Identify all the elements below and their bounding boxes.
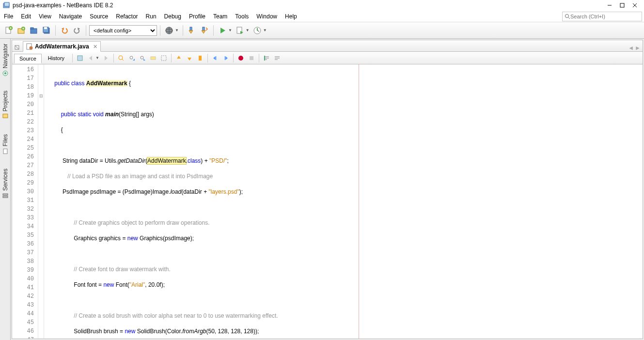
close-button[interactable] <box>628 0 641 10</box>
config-select[interactable]: <default config> <box>89 25 157 36</box>
maximize-button[interactable] <box>616 0 628 10</box>
window-title: psd-java-examples - NetBeans IDE 8.2 <box>13 2 113 9</box>
code-area[interactable]: 1617181920212223242526272829303132333435… <box>12 64 643 339</box>
svg-marker-27 <box>189 31 193 33</box>
new-project-button[interactable] <box>16 25 27 36</box>
close-tab-icon[interactable]: ✕ <box>93 44 97 50</box>
svg-marker-21 <box>62 28 64 31</box>
svg-rect-65 <box>250 56 253 60</box>
java-file-icon <box>26 43 33 50</box>
svg-rect-20 <box>44 27 47 29</box>
menu-debug[interactable]: Debug <box>160 12 185 21</box>
menu-refactor[interactable]: Refactor <box>112 12 141 21</box>
svg-marker-47 <box>89 56 92 61</box>
rail-navigator[interactable]: Navigator <box>2 41 9 79</box>
file-tab-label: AddWatermark.java <box>35 43 89 50</box>
svg-marker-48 <box>105 56 108 61</box>
menu-help[interactable]: Help <box>281 12 301 21</box>
menu-edit[interactable]: Edit <box>17 12 35 21</box>
comment-button[interactable] <box>262 53 271 63</box>
code-lines[interactable]: public class AddWatermark { public stati… <box>44 64 643 339</box>
svg-point-51 <box>130 56 133 59</box>
menu-team[interactable]: Team <box>209 12 231 21</box>
toggle-highlight-button[interactable] <box>148 53 158 63</box>
build-button[interactable] <box>186 25 198 36</box>
run-dropdown[interactable]: ▼ <box>228 28 232 32</box>
profile-button[interactable] <box>251 25 263 36</box>
line-gutter: 1617181920212223242526272829303132333435… <box>12 64 38 339</box>
find-next-button[interactable] <box>138 53 147 63</box>
menu-source[interactable]: Source <box>86 12 112 21</box>
editor-toolbar: Source History ▼ <box>12 52 643 64</box>
tab-prev-icon[interactable]: ◄ <box>628 45 634 51</box>
svg-rect-28 <box>203 27 204 31</box>
find-prev-button[interactable] <box>127 53 137 63</box>
menu-file[interactable]: File <box>0 12 17 21</box>
tab-row: AddWatermark.java ✕ ◄ ► <box>12 40 643 52</box>
undo-button[interactable] <box>59 25 70 36</box>
pin-icon[interactable] <box>14 45 21 51</box>
uncomment-button[interactable] <box>272 53 282 63</box>
debug-button[interactable] <box>234 25 246 36</box>
menu-tools[interactable]: Tools <box>231 12 252 21</box>
macro-stop-button[interactable] <box>247 53 256 63</box>
menu-navigate[interactable]: Navigate <box>55 12 86 21</box>
tab-next-icon[interactable]: ► <box>635 45 641 51</box>
clean-build-button[interactable] <box>199 25 210 36</box>
svg-point-53 <box>141 56 143 59</box>
shift-left-button[interactable] <box>210 53 220 63</box>
next-bookmark-button[interactable] <box>185 53 194 63</box>
svg-rect-3 <box>620 3 624 7</box>
debug-dropdown[interactable]: ▼ <box>246 28 250 32</box>
search-box[interactable] <box>562 12 642 21</box>
rail-files[interactable]: Files <box>2 131 9 157</box>
svg-rect-56 <box>161 56 166 61</box>
prev-bookmark-button[interactable] <box>174 53 184 63</box>
svg-point-49 <box>119 56 123 60</box>
svg-marker-30 <box>220 28 225 33</box>
svg-point-6 <box>565 14 569 17</box>
browser-button[interactable] <box>163 25 175 36</box>
menu-run[interactable]: Run <box>142 12 160 21</box>
svg-marker-52 <box>133 59 135 61</box>
svg-marker-22 <box>78 28 80 31</box>
file-tab[interactable]: AddWatermark.java ✕ <box>23 41 101 52</box>
menu-view[interactable]: View <box>35 12 55 21</box>
open-button[interactable] <box>28 25 40 36</box>
save-all-button[interactable] <box>41 25 52 36</box>
last-edit-button[interactable] <box>75 53 85 63</box>
redo-button[interactable] <box>71 25 83 36</box>
rail-projects[interactable]: Projects <box>2 88 9 122</box>
back-button[interactable] <box>86 53 95 63</box>
svg-marker-58 <box>188 58 191 61</box>
source-tab[interactable]: Source <box>14 54 42 63</box>
history-tab[interactable]: History <box>43 53 70 63</box>
svg-rect-41 <box>3 194 8 195</box>
forward-button[interactable] <box>101 53 111 63</box>
search-input[interactable] <box>570 14 640 19</box>
svg-rect-46 <box>78 56 82 61</box>
browser-dropdown[interactable]: ▼ <box>175 28 179 32</box>
run-button[interactable] <box>217 25 228 36</box>
svg-rect-1 <box>4 2 9 6</box>
svg-rect-40 <box>3 196 8 198</box>
macro-record-button[interactable] <box>236 53 246 63</box>
menu-bar: File Edit View Navigate Source Refactor … <box>0 11 644 22</box>
new-file-button[interactable] <box>3 25 15 36</box>
toggle-rect-select-button[interactable] <box>159 53 169 63</box>
toggle-bookmark-button[interactable] <box>195 53 205 63</box>
menu-window[interactable]: Window <box>252 12 281 21</box>
menu-profile[interactable]: Profile <box>185 12 209 21</box>
find-selection-button[interactable] <box>116 53 126 63</box>
svg-point-45 <box>30 46 33 50</box>
main-toolbar: <default config> ▼ ▼ ▼ ▼ <box>0 22 644 39</box>
svg-line-50 <box>122 59 124 61</box>
svg-rect-26 <box>190 27 192 31</box>
svg-rect-55 <box>151 57 156 60</box>
svg-rect-38 <box>3 114 8 118</box>
search-icon <box>565 14 570 19</box>
profile-dropdown[interactable]: ▼ <box>263 28 267 32</box>
minimize-button[interactable] <box>603 0 616 10</box>
rail-services[interactable]: Services <box>2 166 9 201</box>
shift-right-button[interactable] <box>221 53 231 63</box>
